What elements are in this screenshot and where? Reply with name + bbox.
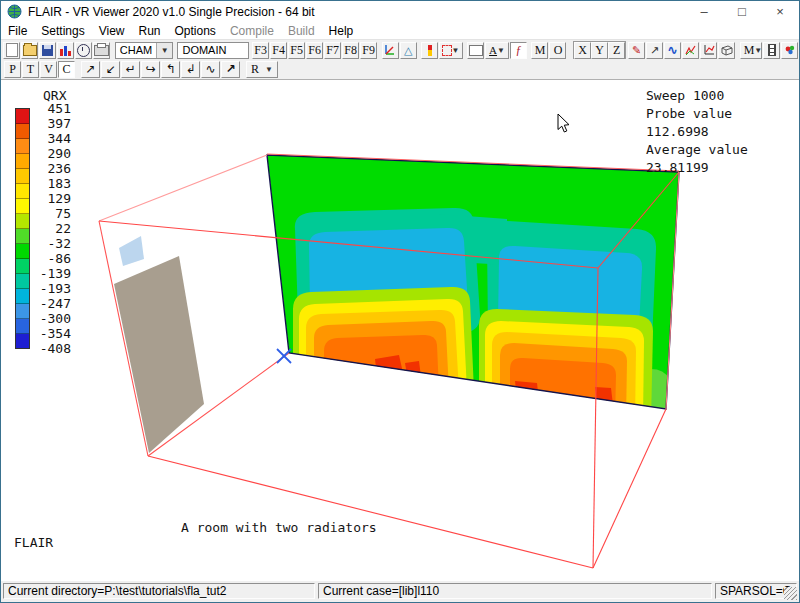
- legend-tick: 344: [31, 131, 71, 146]
- ne-arrow-icon: ↗: [650, 44, 659, 57]
- reset-label: R: [251, 62, 259, 77]
- pencil-button[interactable]: ✎: [628, 42, 645, 59]
- object-button[interactable]: O: [549, 42, 566, 59]
- f6-button[interactable]: F6: [306, 42, 323, 59]
- status-case: Current case=[lib]l110: [318, 583, 712, 599]
- menu-help[interactable]: Help: [322, 23, 361, 39]
- movie-button[interactable]: M▼: [740, 42, 762, 59]
- f9-button[interactable]: F9: [360, 42, 377, 59]
- legend-tick: 290: [31, 146, 71, 161]
- film-strip-icon: [767, 44, 777, 56]
- menu-options[interactable]: Options: [168, 23, 223, 39]
- minimize-button[interactable]: –: [685, 1, 723, 22]
- f4-button[interactable]: F4: [270, 42, 287, 59]
- monitor-button[interactable]: M: [531, 42, 548, 59]
- legend-tick: -300: [31, 311, 71, 326]
- viewport[interactable]: QRX 451 397 344 290 236 183 129 75 22 -3…: [1, 79, 799, 581]
- probe-button[interactable]: [421, 42, 438, 59]
- mesh-toggle-button[interactable]: [382, 42, 399, 59]
- print-button[interactable]: [93, 42, 110, 59]
- wireframe-button[interactable]: △: [400, 42, 417, 59]
- tilt-up-button[interactable]: ↰: [161, 61, 180, 78]
- domain-box-button[interactable]: [718, 42, 735, 59]
- rotate-sw-button[interactable]: ↙: [101, 61, 120, 78]
- triangle-icon: △: [404, 44, 412, 57]
- legend-colorbar: [15, 108, 30, 349]
- hook-right-icon: ↪: [145, 62, 155, 76]
- menu-view[interactable]: View: [92, 23, 132, 39]
- streamline-button[interactable]: ƒ: [510, 42, 527, 59]
- maximize-button[interactable]: □: [723, 1, 761, 22]
- palette-button[interactable]: [781, 42, 798, 59]
- rotate-ne-button[interactable]: ↗: [81, 61, 100, 78]
- animation-button[interactable]: [763, 42, 780, 59]
- contour-button[interactable]: ∿: [664, 42, 681, 59]
- return-left-icon: ↵: [125, 62, 135, 76]
- sweep-readout: Sweep 1000: [646, 88, 724, 103]
- y-axis-button[interactable]: Y: [591, 42, 608, 59]
- slice-plane-button[interactable]: ▼: [439, 42, 462, 59]
- movie-label: M: [744, 43, 755, 58]
- text-annotation-button[interactable]: A▼: [485, 42, 509, 59]
- zoom-in-button[interactable]: ↗: [221, 61, 240, 78]
- ne-arrow-icon: ↗: [85, 62, 95, 76]
- menu-run[interactable]: Run: [132, 23, 168, 39]
- close-button[interactable]: ×: [761, 1, 799, 22]
- mode-p-button[interactable]: P: [4, 61, 21, 78]
- status-directory: Current directory=P:\test\tutorials\fla_…: [3, 583, 315, 599]
- door[interactable]: [114, 256, 204, 453]
- lightning-icon: [685, 45, 696, 56]
- average-value: 23.81199: [646, 160, 709, 175]
- legend-tick: 183: [31, 176, 71, 191]
- average-value-label: Average value: [646, 142, 748, 157]
- run-time-button[interactable]: [75, 42, 92, 59]
- iso-surface-button[interactable]: [682, 42, 699, 59]
- cham-combobox[interactable]: CHAM ▼: [115, 42, 173, 59]
- legend-tick: -193: [31, 281, 71, 296]
- f5-button[interactable]: F5: [288, 42, 305, 59]
- color-burst-icon: [784, 44, 796, 56]
- mode-v-button[interactable]: V: [40, 61, 57, 78]
- legend-tick: -354: [31, 326, 71, 341]
- domain-input[interactable]: DOMAIN: [177, 42, 249, 59]
- legend-tick: -86: [31, 251, 71, 266]
- legend-tick: -408: [31, 341, 71, 356]
- chevron-down-icon[interactable]: ▼: [156, 43, 172, 58]
- save-button[interactable]: [39, 42, 56, 59]
- hot-region-right: [479, 309, 653, 421]
- outline-button[interactable]: [467, 42, 484, 59]
- menu-settings[interactable]: Settings: [34, 23, 91, 39]
- z-axis-button[interactable]: Z: [608, 42, 625, 59]
- results-chart-icon: [60, 45, 72, 56]
- zoom-out-button[interactable]: ∿: [201, 61, 220, 78]
- view-toolbar: P T V C ↗ ↙ ↵ ↪ ↰ ↲ ∿ ↗ R▼: [1, 59, 799, 79]
- wave-icon: ∿: [205, 62, 215, 76]
- cham-combobox-value: CHAM: [116, 44, 156, 56]
- results-button[interactable]: [57, 42, 74, 59]
- x-axis-button[interactable]: X: [574, 42, 591, 59]
- vector-button[interactable]: ↗: [646, 42, 663, 59]
- cube-icon: [721, 44, 733, 56]
- menu-file[interactable]: File: [1, 23, 34, 39]
- rotate-left-button[interactable]: ↵: [121, 61, 140, 78]
- hot-region-left: [293, 287, 474, 391]
- open-file-button[interactable]: [21, 42, 38, 59]
- f7-button[interactable]: F7: [324, 42, 341, 59]
- probe-marker[interactable]: [277, 349, 291, 363]
- new-file-button[interactable]: [3, 42, 20, 59]
- tilt-down-button[interactable]: ↲: [181, 61, 200, 78]
- reset-view-button[interactable]: R▼: [246, 61, 278, 78]
- rotate-right-button[interactable]: ↪: [141, 61, 160, 78]
- graph-button[interactable]: [700, 42, 717, 59]
- menu-compile: Compile: [223, 23, 281, 39]
- f3-button[interactable]: F3: [252, 42, 269, 59]
- contour-plane[interactable]: [267, 155, 679, 421]
- app-globe-icon: [7, 4, 22, 19]
- mode-t-button[interactable]: T: [22, 61, 39, 78]
- resize-grip[interactable]: [784, 587, 797, 600]
- f8-button[interactable]: F8: [342, 42, 359, 59]
- window-pane[interactable]: [119, 236, 144, 266]
- axis-button-group: X Y Z: [573, 41, 626, 60]
- mode-c-button[interactable]: C: [58, 61, 75, 78]
- swoosh-icon: ∿: [668, 43, 678, 58]
